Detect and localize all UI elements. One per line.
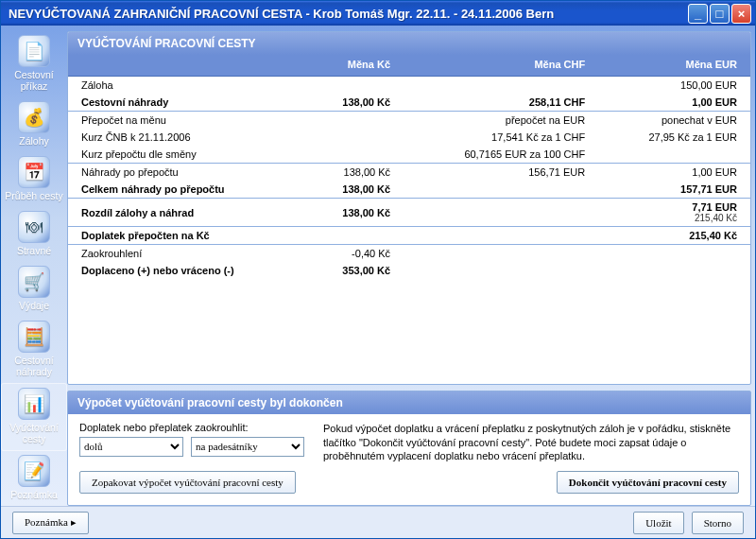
- sidebar-item-label: Vyúčtování cesty: [4, 422, 64, 444]
- sidebar-item-5[interactable]: 🧮Cestovní náhrady: [1, 317, 67, 383]
- table-row: Doplatek přepočten na Kč215,40 Kč: [68, 227, 750, 245]
- row-value: 1,00 EUR: [598, 164, 750, 182]
- minimize-button[interactable]: _: [688, 4, 708, 24]
- row-value: 1,00 EUR: [598, 94, 750, 112]
- sidebar-item-label: Stravné: [17, 245, 51, 256]
- finish-body: Doplatek nebo přeplatek zaokrouhlit: dol…: [68, 414, 750, 506]
- sidebar-item-label: Poznámka: [10, 489, 58, 500]
- sidebar-item-label: Cestovní náhrady: [3, 355, 65, 377]
- table-row: Kurz přepočtu dle směny60,7165 EUR za 10…: [68, 146, 750, 164]
- maximize-button[interactable]: □: [710, 4, 730, 24]
- row-value: 157,71 EUR: [598, 181, 750, 199]
- row-value: 138,00 Kč: [305, 164, 404, 182]
- row-value: 258,11 CHF: [404, 94, 598, 112]
- titlebar-buttons: _ □ ×: [688, 4, 751, 24]
- sidebar-icon: 📝: [18, 455, 50, 487]
- sidebar-item-1[interactable]: 💰Zálohy: [1, 97, 67, 152]
- sidebar-icon: 📊: [18, 388, 50, 420]
- settlement-panel: VYÚČTOVÁNÍ PRACOVNÍ CESTY Měna Kč Měna C…: [67, 31, 751, 384]
- settlement-table: Měna Kč Měna CHF Měna EUR Záloha150,00 E…: [68, 55, 750, 279]
- sidebar-icon: 📅: [18, 156, 50, 188]
- window-title: NEVYÚČTOVANÁ ZAHRANIČNÍ PRACOVNÍ CESTA -…: [5, 7, 688, 21]
- table-row: Náhrady po přepočtu138,00 Kč156,71 EUR1,…: [68, 164, 750, 182]
- sidebar-icon: 📄: [18, 35, 50, 67]
- sidebar-item-label: Výdaje: [19, 300, 49, 311]
- round-unit-select[interactable]: na padesátníky: [191, 437, 304, 457]
- row-value: [305, 77, 404, 95]
- row-value: [305, 146, 404, 164]
- save-button[interactable]: Uložit: [633, 512, 684, 534]
- row-value: 138,00 Kč: [305, 94, 404, 112]
- sidebar-item-0[interactable]: 📄Cestovní příkaz: [1, 31, 67, 97]
- row-value: 27,95 Kč za 1 EUR: [598, 129, 750, 146]
- row-value: [305, 227, 404, 245]
- sidebar-item-2[interactable]: 📅Průběh cesty: [1, 152, 67, 207]
- row-label: Doplaceno (+) nebo vráceno (-): [68, 262, 305, 279]
- settlement-heading: VYÚČTOVÁNÍ PRACOVNÍ CESTY: [68, 32, 750, 55]
- row-label: Záloha: [68, 77, 305, 95]
- row-value: -0,40 Kč: [305, 245, 404, 263]
- row-label: Doplatek přepočten na Kč: [68, 227, 305, 245]
- sidebar-item-6[interactable]: 📊Vyúčtování cesty: [1, 383, 67, 451]
- row-value: [404, 245, 598, 263]
- app-window: NEVYÚČTOVANÁ ZAHRANIČNÍ PRACOVNÍ CESTA -…: [0, 0, 756, 539]
- row-label: Rozdíl zálohy a náhrad: [68, 199, 305, 227]
- row-value: [598, 245, 750, 263]
- col-kc: Měna Kč: [305, 55, 404, 77]
- row-value: 215,40 Kč: [598, 227, 750, 245]
- table-row: Rozdíl zálohy a náhrad138,00 Kč7,71 EUR2…: [68, 199, 750, 227]
- row-label: Přepočet na měnu: [68, 112, 305, 130]
- sidebar-item-label: Průběh cesty: [5, 190, 62, 201]
- sidebar-icon: 🍽: [18, 211, 50, 243]
- row-value: 138,00 Kč: [305, 181, 404, 199]
- round-label: Doplatek nebo přeplatek zaokrouhlit:: [79, 422, 304, 433]
- finish-settlement-button[interactable]: Dokončit vyúčtování pracovní cesty: [557, 471, 739, 494]
- row-value: [404, 227, 598, 245]
- row-value: [598, 146, 750, 164]
- row-value: ponechat v EUR: [598, 112, 750, 130]
- sidebar-item-label: Cestovní příkaz: [3, 69, 65, 92]
- row-label: Zaokrouhlení: [68, 245, 305, 263]
- cancel-button[interactable]: Storno: [692, 512, 744, 534]
- finish-panel: Výpočet vyúčtování pracovní cesty byl do…: [67, 391, 751, 507]
- row-value: [404, 199, 598, 227]
- row-value: [404, 77, 598, 95]
- table-row: Doplaceno (+) nebo vráceno (-)353,00 Kč: [68, 262, 750, 279]
- row-value: 138,00 Kč: [305, 199, 404, 227]
- round-direction-select[interactable]: dolů: [79, 437, 183, 457]
- row-label: Kurz přepočtu dle směny: [68, 146, 305, 164]
- table-row: Celkem náhrady po přepočtu138,00 Kč157,7…: [68, 181, 750, 199]
- row-value: 353,00 Kč: [305, 262, 404, 279]
- col-eur: Měna EUR: [598, 55, 750, 77]
- row-value: [305, 129, 404, 146]
- sidebar-icon: 🧮: [18, 321, 50, 353]
- table-row: Záloha150,00 EUR: [68, 77, 750, 95]
- window-body: 📄Cestovní příkaz💰Zálohy📅Průběh cesty🍽Str…: [1, 26, 755, 506]
- row-label: Celkem náhrady po přepočtu: [68, 181, 305, 199]
- note-button[interactable]: Poznámka: [12, 512, 89, 534]
- sidebar-item-label: Zálohy: [19, 135, 49, 147]
- repeat-calc-button[interactable]: Zopakovat výpočet vyúčtování pracovní ce…: [79, 471, 296, 494]
- table-row: Kurz ČNB k 21.11.200617,541 Kč za 1 CHF2…: [68, 129, 750, 146]
- row-value: 17,541 Kč za 1 CHF: [404, 129, 598, 146]
- sidebar-item-3[interactable]: 🍽Stravné: [1, 207, 67, 262]
- row-value: 156,71 EUR: [404, 164, 598, 182]
- sidebar-item-4[interactable]: 🛒Výdaje: [1, 262, 67, 317]
- sidebar: 📄Cestovní příkaz💰Zálohy📅Průběh cesty🍽Str…: [1, 26, 67, 506]
- sidebar-icon: 💰: [18, 101, 50, 133]
- finish-heading: Výpočet vyúčtování pracovní cesty byl do…: [68, 391, 750, 414]
- sidebar-item-7[interactable]: 📝Poznámka: [1, 451, 67, 506]
- titlebar: NEVYÚČTOVANÁ ZAHRANIČNÍ PRACOVNÍ CESTA -…: [1, 1, 755, 26]
- row-label: Cestovní náhrady: [68, 94, 305, 112]
- row-value: 7,71 EUR215,40 Kč: [598, 199, 750, 227]
- row-value: [404, 181, 598, 199]
- row-subvalue: 215,40 Kč: [611, 213, 737, 223]
- row-value: 150,00 EUR: [598, 77, 750, 95]
- row-value: [598, 262, 750, 279]
- main-area: VYÚČTOVÁNÍ PRACOVNÍ CESTY Měna Kč Měna C…: [67, 26, 751, 506]
- finish-info-text: Pokud výpočet doplatku a vrácení přeplat…: [323, 422, 739, 464]
- row-value: [404, 262, 598, 279]
- row-label: Náhrady po přepočtu: [68, 164, 305, 182]
- footer: Poznámka Uložit Storno: [1, 506, 755, 538]
- close-button[interactable]: ×: [731, 4, 751, 24]
